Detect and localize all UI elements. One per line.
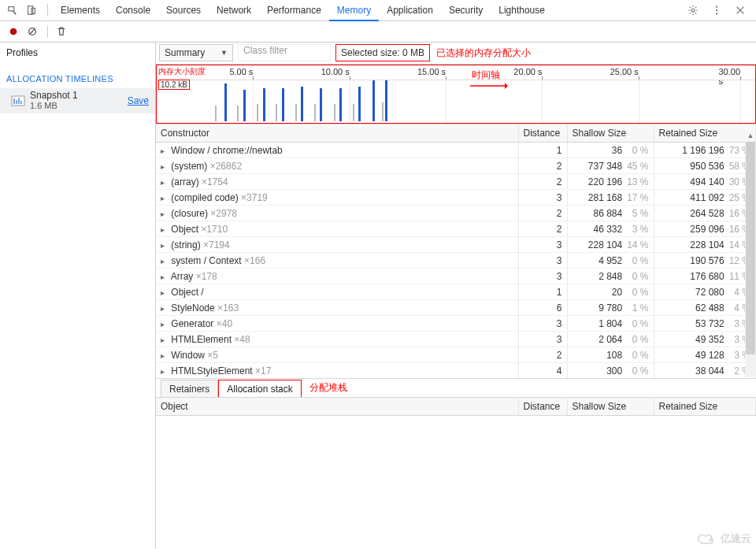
svg-point-6 (716, 13, 717, 14)
alloc-bar (339, 88, 342, 121)
gear-icon[interactable] (685, 2, 701, 18)
tab-lighthouse[interactable]: Lighthouse (491, 0, 553, 21)
table-row[interactable]: ▸ Generator ×4031 804 0 %53 732 3 % (156, 316, 756, 332)
alloc-bar (295, 104, 297, 121)
detail-tabs: Retainers Allocation stack 分配堆栈 (156, 378, 756, 397)
tick-label: 10.00 s (321, 67, 350, 76)
svg-point-16 (710, 539, 712, 541)
table-row[interactable]: ▸ (array) ×17542220 196 13 %494 140 30 % (156, 174, 756, 190)
col-retained-size[interactable]: Retained Size (654, 124, 756, 143)
memory-toolbar (0, 21, 756, 43)
col-constructor[interactable]: Constructor (156, 124, 518, 143)
alloc-bar (382, 102, 384, 121)
tab-application[interactable]: Application (379, 0, 441, 21)
alloc-bar (314, 104, 316, 121)
clear-icon[interactable] (24, 23, 41, 40)
separator (47, 4, 48, 17)
alloc-bar (385, 80, 387, 122)
table-row[interactable]: ▸ Window / chrome://newtab136 0 %1 196 1… (156, 143, 756, 158)
timeline-graph[interactable] (157, 80, 755, 124)
tick-label: 25.00 s (610, 67, 639, 76)
more-icon[interactable] (709, 2, 724, 18)
scroll-up-icon[interactable]: ▲ (745, 132, 756, 139)
class-filter-input[interactable]: Class filter (238, 44, 331, 61)
alloc-bar (334, 104, 335, 121)
tab-security[interactable]: Security (441, 0, 491, 21)
alloc-bar (358, 87, 361, 121)
tab-allocation-stack[interactable]: Allocation stack (218, 380, 301, 397)
chevron-down-icon: ▼ (220, 49, 228, 57)
col-shallow-size[interactable]: Shallow Size (567, 124, 654, 143)
alloc-bar (372, 80, 375, 121)
col-distance[interactable]: Distance (518, 124, 567, 143)
svg-rect-10 (13, 98, 15, 104)
filter-bar: Summary ▼ Class filter Selected size: 0 … (156, 43, 756, 65)
alloc-bar (237, 106, 239, 121)
table-row[interactable]: ▸ Object /120 0 %72 080 4 % (156, 284, 756, 300)
table-row[interactable]: ▸ HTMLElement ×4832 064 0 %49 352 3 % (156, 332, 756, 347)
table-row[interactable]: ▸ (closure) ×2978286 884 5 %264 528 16 % (156, 206, 756, 221)
table-row[interactable]: ▸ (system) ×268622737 348 45 %950 536 58… (156, 158, 756, 174)
svg-rect-0 (9, 7, 14, 11)
allocation-timelines-group: ALLOCATION TIMELINES (0, 69, 155, 88)
constructor-table: ConstructorDistanceShallow SizeRetained … (156, 124, 756, 377)
table-row[interactable]: ▸ Window ×52108 0 %49 128 3 % (156, 347, 756, 363)
svg-rect-1 (28, 6, 33, 15)
table-row[interactable]: ▸ StyleNode ×16369 780 1 %62 488 4 % (156, 300, 756, 316)
alloc-bar (301, 87, 303, 121)
tick-label: 5.00 s (229, 67, 253, 76)
watermark-text: 亿速云 (721, 532, 751, 546)
scrollbar-thumb[interactable] (746, 142, 755, 354)
tab-performance[interactable]: Performance (259, 0, 329, 21)
tab-console[interactable]: Console (108, 0, 158, 21)
alloc-bar (257, 104, 258, 121)
timeline-ticks: 5.00 s10.00 s15.00 s20.00 s25.00 s30.00 … (157, 65, 755, 80)
device-toolbar-icon[interactable] (24, 2, 39, 18)
close-icon[interactable] (732, 2, 748, 18)
selected-size-label: Selected size: 0 MB (341, 47, 424, 58)
profiles-sidebar: Profiles ALLOCATION TIMELINES Snapshot 1… (0, 43, 156, 549)
svg-point-5 (716, 9, 717, 11)
alloc-bar (215, 106, 217, 121)
alloc-bar (263, 88, 265, 121)
alloc-bar (276, 104, 277, 121)
selected-size-box: Selected size: 0 MB (335, 44, 430, 61)
arrow-right-icon (470, 81, 508, 93)
snapshot-item[interactable]: Snapshot 1 1.6 MB Save (0, 88, 155, 113)
snapshot-label: Snapshot 1 (30, 90, 128, 101)
tab-elements[interactable]: Elements (53, 0, 108, 21)
scrollbar-vertical[interactable]: ▲ ▼ (745, 141, 756, 377)
col-object[interactable]: Object (156, 397, 518, 415)
svg-point-7 (10, 28, 17, 35)
svg-rect-12 (18, 98, 20, 104)
inspect-element-icon[interactable] (5, 2, 20, 18)
table-row[interactable]: ▸ (compiled code) ×37193281 168 17 %411 … (156, 190, 756, 206)
alloc-bar (224, 83, 227, 121)
snapshot-size: 1.6 MB (30, 101, 128, 111)
col-distance[interactable]: Distance (518, 397, 567, 415)
tab-network[interactable]: Network (209, 0, 259, 21)
view-mode-select[interactable]: Summary ▼ (159, 44, 233, 61)
alloc-bar (282, 88, 284, 121)
table-row[interactable]: ▸ Array ×17832 848 0 %176 680 11 % (156, 269, 756, 284)
svg-marker-15 (505, 83, 508, 89)
mem-scale-value: 10.2 kB (158, 80, 190, 90)
table-row[interactable]: ▸ system / Context ×16634 952 0 %190 576… (156, 253, 756, 269)
tab-sources[interactable]: Sources (158, 0, 209, 21)
table-row[interactable]: ▸ (string) ×71943228 104 14 %228 104 14 … (156, 237, 756, 253)
trash-icon[interactable] (53, 23, 70, 40)
alloc-bar (243, 90, 246, 121)
col-shallow-size[interactable]: Shallow Size (567, 397, 654, 415)
snapshot-icon (9, 93, 27, 109)
tab-retainers[interactable]: Retainers (161, 380, 218, 397)
annotation-alloc-stack: 分配堆栈 (309, 381, 347, 397)
profiles-title: Profiles (0, 43, 155, 63)
tab-memory[interactable]: Memory (329, 0, 379, 21)
table-row[interactable]: ▸ Object ×1710246 332 3 %259 096 16 % (156, 221, 756, 237)
view-mode-label: Summary (165, 47, 205, 58)
col-retained-size[interactable]: Retained Size (654, 397, 756, 415)
save-link[interactable]: Save (128, 95, 149, 106)
table-row[interactable]: ▸ HTMLStyleElement ×174300 0 %38 044 2 % (156, 363, 756, 378)
allocation-timeline[interactable]: 5.00 s10.00 s15.00 s20.00 s25.00 s30.00 … (156, 65, 756, 124)
record-icon[interactable] (5, 23, 22, 40)
